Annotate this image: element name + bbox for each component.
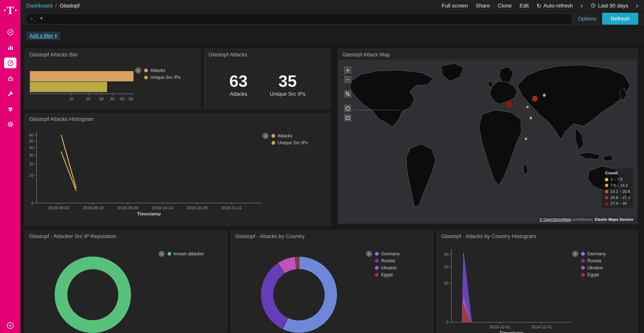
legend-label: 14.2 – 20.8 xyxy=(610,189,630,195)
legend: >AttacksUnique Src IPs xyxy=(262,133,308,145)
legend-toggle-icon[interactable]: > xyxy=(262,133,268,139)
metric-group: 63 Attacks 35 Unique Src IPs xyxy=(204,73,330,97)
map-legend-item: 14.2 – 20.8 xyxy=(605,189,630,195)
legend-color-dot xyxy=(605,178,608,181)
attack-point[interactable] xyxy=(530,117,532,120)
edit-button[interactable]: Edit xyxy=(520,3,529,9)
collapse-sidebar-button[interactable] xyxy=(6,322,14,330)
sidebar-item-monitoring[interactable] xyxy=(4,104,16,114)
legend-color-dot xyxy=(375,252,378,255)
svg-text:50: 50 xyxy=(120,97,124,101)
sidebar-item-dashboard[interactable] xyxy=(4,58,16,68)
legend-color-dot xyxy=(144,69,148,72)
panel-attacks-by-country-histogram: Glastopf - Attacks by Country Histogram … xyxy=(436,230,638,333)
legend-toggle-icon[interactable]: > xyxy=(366,251,372,257)
panel-title: Glastopf - Attacker Src IP Reputation xyxy=(29,233,116,239)
attack-map[interactable]: + − Count 1 – 7.67.6 – 14.214.2 – 20.820… xyxy=(338,60,637,223)
draw-polygon-button[interactable] xyxy=(343,104,352,113)
osm-link[interactable]: © OpenStreetMap xyxy=(540,217,571,222)
clone-button[interactable]: Clone xyxy=(498,3,512,9)
clock-icon xyxy=(590,3,596,8)
top-nav-bar: Dashboard / Glastopf Full screen Share C… xyxy=(20,0,644,12)
map-legend-item: 7.6 – 14.2 xyxy=(605,183,630,189)
time-range-button[interactable]: Last 90 days xyxy=(590,3,628,9)
gauge-icon xyxy=(7,60,14,66)
time-back-button[interactable]: ‹ xyxy=(580,2,583,10)
sidebar-item-discover[interactable] xyxy=(4,27,16,37)
query-bar: >_ * Options Refresh xyxy=(20,12,644,26)
legend-toggle-icon[interactable]: > xyxy=(135,67,141,74)
legend-item[interactable]: Ukraine xyxy=(581,265,606,270)
attack-point[interactable] xyxy=(524,137,527,140)
legend-item[interactable]: Attacks xyxy=(272,133,308,138)
bug-icon xyxy=(7,75,14,82)
legend-item[interactable]: Russia xyxy=(375,258,400,263)
legend-item[interactable]: Egypt xyxy=(375,272,400,277)
legend-item[interactable]: Ukraine xyxy=(375,265,400,270)
panel-title: Glastopf Attacks Histogram xyxy=(29,116,94,122)
filter-bar: Add a filter+ xyxy=(20,26,644,45)
attack-point[interactable] xyxy=(542,93,546,97)
country-histogram-chart[interactable]: 01020302018-10-012018-11-01Timestamp xyxy=(437,242,638,333)
top-actions: Full screen Share Clone Edit ↻Auto-refre… xyxy=(442,2,638,10)
zoom-out-button[interactable]: − xyxy=(343,75,352,84)
attack-point[interactable] xyxy=(505,101,513,109)
fit-bounds-button[interactable] xyxy=(343,90,352,98)
query-prompt-icon: >_ xyxy=(30,16,36,22)
logo-dot xyxy=(4,10,6,11)
zoom-in-button[interactable]: + xyxy=(343,66,352,74)
query-input[interactable]: >_ * xyxy=(26,14,572,24)
svg-text:30: 30 xyxy=(29,153,34,157)
crop-icon xyxy=(345,91,350,97)
legend-item[interactable]: Russia xyxy=(581,258,606,263)
share-button[interactable]: Share xyxy=(476,3,490,9)
breadcrumb-dashboard-link[interactable]: Dashboard xyxy=(26,3,52,9)
legend-item[interactable]: Attacks xyxy=(144,68,180,73)
svg-text:30: 30 xyxy=(99,97,104,101)
attack-point[interactable] xyxy=(532,96,538,102)
country-donut-chart[interactable] xyxy=(231,242,433,333)
legend-label: 20.8 – 27.4 xyxy=(610,195,630,201)
header: Dashboard / Glastopf Full screen Share C… xyxy=(20,0,644,45)
legend-item[interactable]: known attacker xyxy=(168,251,204,256)
ems-link[interactable]: Elastic Maps Service xyxy=(595,217,633,222)
legend: >AttacksUnique Src IPs xyxy=(135,68,180,80)
breadcrumb: Dashboard / Glastopf xyxy=(26,3,80,9)
sidebar-item-management[interactable] xyxy=(4,119,16,129)
svg-text:2018-09-16: 2018-09-16 xyxy=(83,206,104,210)
svg-text:2018-10-14: 2018-10-14 xyxy=(152,206,173,210)
breadcrumb-separator: / xyxy=(55,3,57,9)
map-legend: Count 1 – 7.67.6 – 14.214.2 – 20.820.8 –… xyxy=(602,169,633,208)
gear-icon xyxy=(7,121,14,128)
legend-color-dot xyxy=(144,75,148,79)
svg-text:2018-11-01: 2018-11-01 xyxy=(531,325,552,329)
sidebar-item-dev-tools[interactable] xyxy=(4,89,16,99)
legend-item[interactable]: Unique Src IPs xyxy=(272,140,308,145)
svg-text:50: 50 xyxy=(29,139,34,143)
options-link[interactable]: Options xyxy=(578,16,596,22)
time-forward-button[interactable]: › xyxy=(636,2,638,10)
metric-value: 63 xyxy=(230,73,248,89)
legend-color-dot xyxy=(581,266,585,269)
add-filter-link[interactable]: Add a filter+ xyxy=(26,32,60,40)
full-screen-button[interactable]: Full screen xyxy=(442,3,468,9)
legend-color-dot xyxy=(375,266,378,269)
svg-text:0: 0 xyxy=(32,201,34,205)
legend-toggle-icon[interactable]: > xyxy=(158,251,165,257)
legend-item[interactable]: Germany xyxy=(581,251,606,256)
svg-text:2018-11-11: 2018-11-11 xyxy=(222,206,242,210)
draw-rectangle-button[interactable] xyxy=(343,113,352,122)
legend-item[interactable]: Egypt xyxy=(581,272,606,277)
attack-point[interactable] xyxy=(526,106,529,108)
refresh-button[interactable]: Refresh xyxy=(602,13,638,25)
sidebar-item-visualize[interactable] xyxy=(4,42,16,52)
legend-item[interactable]: Unique Src IPs xyxy=(144,75,180,80)
legend-toggle-icon[interactable]: > xyxy=(572,251,578,257)
plus-icon: + xyxy=(54,33,57,38)
auto-refresh-button[interactable]: ↻Auto-refresh xyxy=(536,3,573,9)
telekom-logo[interactable]: T xyxy=(4,4,16,16)
legend-item[interactable]: Germany xyxy=(375,251,400,256)
panel-attacks-metric: Glastopf Attacks 63 Attacks 35 Unique Sr… xyxy=(204,49,330,109)
sidebar-item-honeypot-app[interactable] xyxy=(4,74,16,84)
panel-attacks-bar: Glastopf Attacks Bar 102030405060 >Attac… xyxy=(25,49,200,109)
